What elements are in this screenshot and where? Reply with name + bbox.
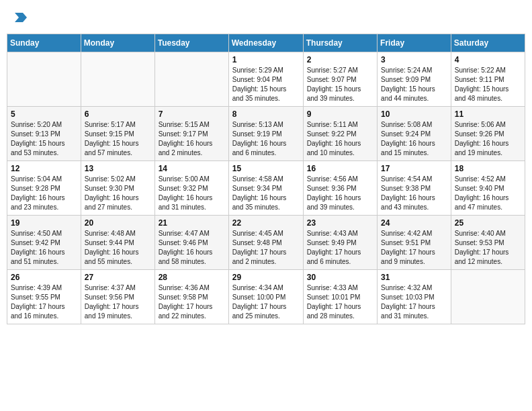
day-number: 5 — [11, 109, 77, 119]
day-number: 2 — [307, 55, 373, 64]
day-info: Sunrise: 4:32 AM Sunset: 10:03 PM Daylig… — [381, 283, 447, 321]
day-info: Sunrise: 5:24 AM Sunset: 9:09 PM Dayligh… — [381, 66, 447, 103]
calendar-cell: 27Sunrise: 4:37 AM Sunset: 9:56 PM Dayli… — [81, 269, 154, 324]
calendar-cell: 14Sunrise: 5:00 AM Sunset: 9:32 PM Dayli… — [154, 161, 228, 215]
page-header — [7, 7, 525, 28]
day-number: 9 — [307, 109, 373, 119]
day-info: Sunrise: 4:43 AM Sunset: 9:49 PM Dayligh… — [307, 229, 373, 267]
calendar-cell — [451, 269, 525, 324]
calendar-cell: 29Sunrise: 4:34 AM Sunset: 10:00 PM Dayl… — [228, 269, 303, 324]
calendar-cell: 4Sunrise: 5:22 AM Sunset: 9:11 PM Daylig… — [451, 52, 525, 106]
calendar-cell: 19Sunrise: 4:50 AM Sunset: 9:42 PM Dayli… — [7, 215, 81, 269]
calendar-cell — [154, 52, 228, 106]
calendar-cell: 5Sunrise: 5:20 AM Sunset: 9:13 PM Daylig… — [7, 106, 81, 161]
calendar-week-row: 12Sunrise: 5:04 AM Sunset: 9:28 PM Dayli… — [7, 161, 525, 215]
day-number: 6 — [85, 109, 151, 119]
day-info: Sunrise: 5:17 AM Sunset: 9:15 PM Dayligh… — [85, 120, 151, 158]
day-info: Sunrise: 5:20 AM Sunset: 9:13 PM Dayligh… — [11, 120, 77, 158]
calendar-cell: 30Sunrise: 4:33 AM Sunset: 10:01 PM Dayl… — [303, 269, 377, 324]
calendar-cell: 15Sunrise: 4:58 AM Sunset: 9:34 PM Dayli… — [228, 161, 303, 215]
day-info: Sunrise: 5:02 AM Sunset: 9:30 PM Dayligh… — [85, 175, 151, 212]
calendar-cell: 31Sunrise: 4:32 AM Sunset: 10:03 PM Dayl… — [378, 269, 451, 324]
calendar-cell: 28Sunrise: 4:36 AM Sunset: 9:58 PM Dayli… — [154, 269, 228, 324]
day-number: 21 — [159, 218, 225, 228]
day-number: 1 — [232, 55, 300, 64]
day-number: 22 — [232, 218, 300, 228]
weekday-header-saturday: Saturday — [451, 34, 525, 52]
weekday-header-friday: Friday — [378, 34, 451, 52]
day-number: 31 — [381, 273, 447, 282]
day-info: Sunrise: 4:48 AM Sunset: 9:44 PM Dayligh… — [85, 229, 151, 267]
calendar-week-row: 26Sunrise: 4:39 AM Sunset: 9:55 PM Dayli… — [7, 269, 525, 324]
calendar-cell: 11Sunrise: 5:06 AM Sunset: 9:26 PM Dayli… — [451, 106, 525, 161]
weekday-header-monday: Monday — [81, 34, 154, 52]
weekday-header-thursday: Thursday — [303, 34, 377, 52]
svg-marker-0 — [15, 13, 27, 22]
day-number: 25 — [455, 218, 521, 228]
calendar-cell: 21Sunrise: 4:47 AM Sunset: 9:46 PM Dayli… — [154, 215, 228, 269]
day-number: 23 — [307, 218, 373, 228]
calendar-cell: 13Sunrise: 5:02 AM Sunset: 9:30 PM Dayli… — [81, 161, 154, 215]
day-number: 3 — [381, 55, 447, 64]
calendar-cell: 20Sunrise: 4:48 AM Sunset: 9:44 PM Dayli… — [81, 215, 154, 269]
day-info: Sunrise: 4:50 AM Sunset: 9:42 PM Dayligh… — [11, 229, 77, 267]
day-info: Sunrise: 5:00 AM Sunset: 9:32 PM Dayligh… — [159, 175, 225, 212]
day-number: 13 — [85, 164, 151, 173]
calendar-cell: 25Sunrise: 4:40 AM Sunset: 9:53 PM Dayli… — [451, 215, 525, 269]
day-info: Sunrise: 5:29 AM Sunset: 9:04 PM Dayligh… — [232, 66, 300, 103]
calendar-cell: 18Sunrise: 4:52 AM Sunset: 9:40 PM Dayli… — [451, 161, 525, 215]
day-info: Sunrise: 5:22 AM Sunset: 9:11 PM Dayligh… — [455, 66, 521, 103]
calendar-cell: 7Sunrise: 5:15 AM Sunset: 9:17 PM Daylig… — [154, 106, 228, 161]
calendar-cell: 22Sunrise: 4:45 AM Sunset: 9:48 PM Dayli… — [228, 215, 303, 269]
day-info: Sunrise: 5:15 AM Sunset: 9:17 PM Dayligh… — [159, 120, 225, 158]
weekday-header-tuesday: Tuesday — [154, 34, 228, 52]
day-number: 18 — [455, 164, 521, 173]
day-info: Sunrise: 5:11 AM Sunset: 9:22 PM Dayligh… — [307, 120, 373, 158]
calendar-cell: 23Sunrise: 4:43 AM Sunset: 9:49 PM Dayli… — [303, 215, 377, 269]
day-number: 27 — [85, 273, 151, 282]
day-number: 12 — [11, 164, 77, 173]
calendar-cell: 16Sunrise: 4:56 AM Sunset: 9:36 PM Dayli… — [303, 161, 377, 215]
calendar-header-row: SundayMondayTuesdayWednesdayThursdayFrid… — [7, 34, 525, 52]
calendar-cell: 12Sunrise: 5:04 AM Sunset: 9:28 PM Dayli… — [7, 161, 81, 215]
calendar-week-row: 5Sunrise: 5:20 AM Sunset: 9:13 PM Daylig… — [7, 106, 525, 161]
calendar-week-row: 1Sunrise: 5:29 AM Sunset: 9:04 PM Daylig… — [7, 52, 525, 106]
day-number: 15 — [232, 164, 300, 173]
day-info: Sunrise: 4:45 AM Sunset: 9:48 PM Dayligh… — [232, 229, 300, 267]
day-number: 28 — [159, 273, 225, 282]
calendar-cell: 8Sunrise: 5:13 AM Sunset: 9:19 PM Daylig… — [228, 106, 303, 161]
day-info: Sunrise: 4:40 AM Sunset: 9:53 PM Dayligh… — [455, 229, 521, 267]
weekday-header-sunday: Sunday — [7, 34, 81, 52]
day-number: 26 — [11, 273, 77, 282]
calendar-cell: 1Sunrise: 5:29 AM Sunset: 9:04 PM Daylig… — [228, 52, 303, 106]
calendar-cell: 26Sunrise: 4:39 AM Sunset: 9:55 PM Dayli… — [7, 269, 81, 324]
day-info: Sunrise: 4:36 AM Sunset: 9:58 PM Dayligh… — [159, 283, 225, 321]
calendar-cell: 2Sunrise: 5:27 AM Sunset: 9:07 PM Daylig… — [303, 52, 377, 106]
day-number: 19 — [11, 218, 77, 228]
day-number: 20 — [85, 218, 151, 228]
calendar-cell — [7, 52, 81, 106]
calendar-cell: 9Sunrise: 5:11 AM Sunset: 9:22 PM Daylig… — [303, 106, 377, 161]
day-info: Sunrise: 4:34 AM Sunset: 10:00 PM Daylig… — [232, 283, 300, 321]
weekday-header-wednesday: Wednesday — [228, 34, 303, 52]
calendar-week-row: 19Sunrise: 4:50 AM Sunset: 9:42 PM Dayli… — [7, 215, 525, 269]
day-info: Sunrise: 4:54 AM Sunset: 9:38 PM Dayligh… — [381, 175, 447, 212]
day-info: Sunrise: 4:42 AM Sunset: 9:51 PM Dayligh… — [381, 229, 447, 267]
calendar-cell: 17Sunrise: 4:54 AM Sunset: 9:38 PM Dayli… — [378, 161, 451, 215]
day-number: 8 — [232, 109, 300, 119]
day-info: Sunrise: 5:06 AM Sunset: 9:26 PM Dayligh… — [455, 120, 521, 158]
calendar-cell: 24Sunrise: 4:42 AM Sunset: 9:51 PM Dayli… — [378, 215, 451, 269]
day-number: 24 — [381, 218, 447, 228]
day-number: 10 — [381, 109, 447, 119]
calendar-cell: 10Sunrise: 5:08 AM Sunset: 9:24 PM Dayli… — [378, 106, 451, 161]
day-number: 17 — [381, 164, 447, 173]
day-number: 14 — [159, 164, 225, 173]
day-info: Sunrise: 5:04 AM Sunset: 9:28 PM Dayligh… — [11, 175, 77, 212]
day-info: Sunrise: 4:33 AM Sunset: 10:01 PM Daylig… — [307, 283, 373, 321]
calendar-cell: 3Sunrise: 5:24 AM Sunset: 9:09 PM Daylig… — [378, 52, 451, 106]
day-number: 29 — [232, 273, 300, 282]
day-number: 7 — [159, 109, 225, 119]
day-info: Sunrise: 5:08 AM Sunset: 9:24 PM Dayligh… — [381, 120, 447, 158]
calendar-cell — [81, 52, 154, 106]
day-info: Sunrise: 5:13 AM Sunset: 9:19 PM Dayligh… — [232, 120, 300, 158]
